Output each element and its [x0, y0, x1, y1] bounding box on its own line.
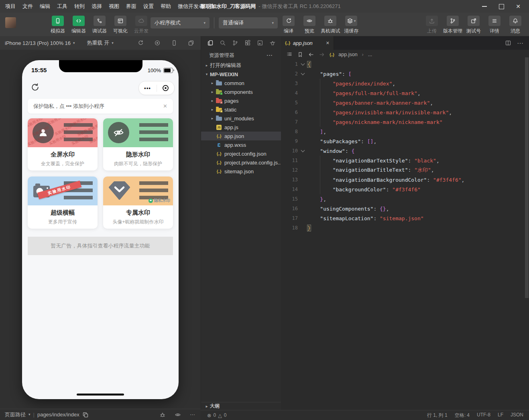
search-icon[interactable]	[220, 40, 226, 46]
privacy-notice[interactable]: 保护隐私，点 ••• 添加到小程序 ✕	[28, 99, 173, 114]
device-icon[interactable]	[171, 40, 177, 46]
split-editor-icon[interactable]	[505, 40, 511, 46]
tree-item[interactable]: ▸打开的编辑器	[201, 61, 281, 70]
remote-debug-button[interactable]: 真机调试	[320, 16, 341, 34]
menu-item[interactable]: 界面	[126, 3, 136, 10]
maximize-button[interactable]	[493, 0, 510, 13]
code-line[interactable]: 6 "pages/invisible-mark/invisible-mark",	[281, 108, 523, 117]
visualization-toggle[interactable]: 可视化	[110, 16, 131, 34]
code-line[interactable]: 3 "pages/index/index",	[281, 79, 523, 88]
outline-section[interactable]: ▸ 大纲	[201, 402, 281, 410]
tree-item[interactable]: ▸uni_modules	[201, 114, 281, 123]
code-line[interactable]: 1{	[281, 59, 523, 69]
device-select[interactable]: iPhone 12/13 (Pro) 100% 16 ▾	[5, 40, 75, 46]
code-line[interactable]: 16 "usingComponents": {},	[281, 204, 523, 213]
menu-item[interactable]: 工具	[57, 3, 67, 10]
more-menu-icon[interactable]: •••	[139, 85, 157, 91]
code-line[interactable]: 15 },	[281, 194, 523, 204]
close-tab-icon[interactable]: ✕	[326, 41, 330, 46]
code-line[interactable]: 9 "subPackages": [],	[281, 136, 523, 146]
loop-icon[interactable]	[137, 40, 144, 46]
bug-icon[interactable]	[159, 412, 166, 418]
language-mode[interactable]: JSON	[511, 412, 523, 419]
arrow-left-icon[interactable]	[308, 51, 314, 58]
tree-item[interactable]: {..}project.config.json	[201, 149, 281, 158]
capsule-menu[interactable]: •••	[138, 81, 175, 95]
close-icon[interactable]: ✕	[163, 103, 167, 109]
tree-item[interactable]: ▸common	[201, 79, 281, 87]
code-line[interactable]: 8 ],	[281, 127, 523, 136]
editor-toggle[interactable]: 编辑器	[68, 16, 89, 34]
clear-cache-button[interactable]: ▾清缓存	[341, 16, 362, 34]
compile-button[interactable]: 编译	[278, 16, 299, 34]
tree-item[interactable]: Ɛapp.wxss	[201, 140, 281, 149]
code-line[interactable]: 12 "navigationBarTitleText": "水印",	[281, 165, 523, 175]
code-line[interactable]: 5 "pages/banner-mark/banner-mark",	[281, 98, 523, 108]
tree-item[interactable]: ▾MP-WEIXIN	[201, 70, 281, 79]
menu-item[interactable]: 设置	[143, 3, 154, 10]
menu-item[interactable]: 编辑	[40, 3, 50, 10]
code-line[interactable]: 17 "sitemapLocation": "sitemap.json"	[281, 213, 523, 223]
code-line[interactable]: 11 "navigationBarTextStyle": "black",	[281, 156, 523, 165]
more-icon[interactable]: ⋯	[190, 412, 195, 418]
eol-type[interactable]: LF	[498, 412, 503, 419]
minimize-button[interactable]	[476, 0, 493, 13]
test-account-button[interactable]: 测试号	[463, 16, 484, 34]
code-line[interactable]: 2 "pages": [	[281, 69, 523, 79]
upload-button[interactable]: 上传	[421, 16, 442, 34]
menu-item[interactable]: 帮助	[161, 3, 171, 10]
code-line[interactable]: 14 "backgroundColor": "#f3f4f6"	[281, 185, 523, 194]
tree-item[interactable]: ▸components	[201, 87, 281, 96]
preview-button[interactable]: 预览	[299, 16, 320, 34]
breadcrumb-file[interactable]: app.json	[338, 52, 357, 57]
problems-summary[interactable]: ⊗ 0 △ 0	[207, 412, 226, 418]
scrollbar-thumb[interactable]	[525, 57, 529, 298]
outline-icon[interactable]	[286, 51, 293, 58]
code-line[interactable]: 13 "navigationBarBackgroundColor": "#f3f…	[281, 175, 523, 185]
cloud-dev-toggle[interactable]: 云开发	[131, 16, 152, 34]
menu-item[interactable]: 项目	[5, 3, 16, 10]
source-control-icon[interactable]	[232, 40, 238, 46]
minimize-target-icon[interactable]	[157, 84, 175, 92]
code-line[interactable]: 7 "pages/nickname-mark/nickname-mark"	[281, 117, 523, 127]
mode-select[interactable]: 小程序模式 ▾	[151, 17, 210, 28]
watermark-card[interactable]: 隐私水印专属水印头像+昵称就能制作水印	[103, 177, 173, 229]
fold-chevron-icon[interactable]	[298, 63, 307, 65]
tree-item[interactable]: {..}app.json	[201, 132, 281, 140]
tab-app-json[interactable]: {..} app.json ✕	[281, 36, 334, 50]
tree-item[interactable]: ▸static	[201, 105, 281, 114]
menu-item[interactable]: 视图	[109, 3, 119, 10]
menu-item[interactable]: 文件	[22, 3, 33, 10]
fold-chevron-icon[interactable]	[298, 150, 307, 152]
menu-item[interactable]: 转到	[74, 3, 85, 10]
version-control-button[interactable]: 版本管理	[442, 16, 463, 34]
tree-item[interactable]: {..}project.private.config.js...	[201, 158, 281, 167]
watermark-card[interactable]: 隐形水印肉眼不可见，隐形保护	[103, 118, 173, 170]
page-path-label[interactable]: 页面路径	[5, 411, 26, 418]
tree-item[interactable]: {..}sitemap.json	[201, 167, 281, 176]
preview-panel-icon[interactable]	[257, 40, 263, 46]
details-button[interactable]: 详情	[484, 16, 505, 34]
code-editor[interactable]: 1{2 "pages": [3 "pages/index/index",4 "p…	[281, 59, 523, 410]
code-line[interactable]: 4 "pages/full-mark/full-mark",	[281, 88, 523, 98]
copy-icon-slot[interactable]	[82, 412, 89, 418]
more-actions-icon[interactable]: ···	[267, 53, 281, 58]
hot-reload-select[interactable]: 热重载 开 ▾	[87, 39, 114, 47]
encoding[interactable]: UTF-8	[477, 412, 490, 419]
files-icon[interactable]	[207, 40, 214, 46]
appraisal-icon[interactable]	[269, 40, 276, 46]
avatar[interactable]	[5, 17, 16, 28]
eye-icon[interactable]	[175, 412, 181, 418]
extensions-icon[interactable]	[244, 40, 251, 46]
simulator-toggle[interactable]: 模拟器	[47, 16, 68, 34]
watermark-card[interactable]: 实验用水印实验用水印实验用水印实验用水印实验用水印实验用水印实验用水印实验用水印…	[28, 118, 98, 170]
multi-window-icon[interactable]	[188, 40, 194, 46]
debugger-toggle[interactable]: 调试器	[89, 16, 110, 34]
fold-chevron-icon[interactable]	[298, 73, 307, 75]
breadcrumb-more[interactable]: ...	[368, 52, 372, 57]
compile-select[interactable]: 普通编译 ▾	[219, 17, 278, 28]
copy-icon[interactable]	[82, 412, 89, 418]
arrow-right-icon[interactable]	[319, 51, 325, 58]
more-icon[interactable]: ⋯	[517, 39, 523, 47]
record-icon[interactable]	[154, 40, 161, 46]
